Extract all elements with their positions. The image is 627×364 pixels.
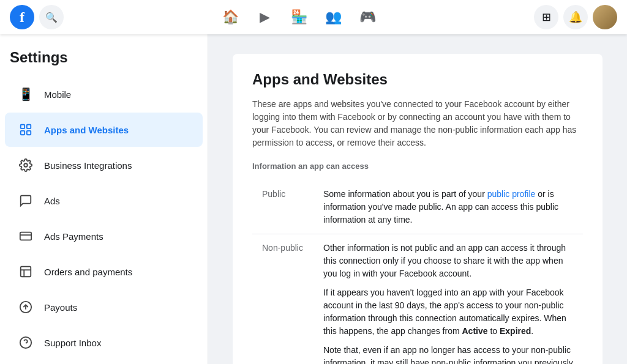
sidebar-item-videos[interactable]: Videos — [5, 361, 203, 364]
orders-icon — [15, 261, 37, 283]
table-row-public: Public Some information about you is par… — [252, 180, 583, 234]
payouts-icon — [15, 296, 37, 318]
store-icon: 🏪 — [291, 9, 307, 25]
sidebar-item-orders-payments[interactable]: Orders and payments — [5, 254, 203, 289]
page-layout: Settings 📱 Mobile Apps and Websites Busi… — [0, 0, 627, 364]
sidebar-label-support: Support Inbox — [44, 338, 101, 348]
home-icon: 🏠 — [222, 9, 239, 25]
support-icon — [15, 332, 37, 354]
apps-menu-button[interactable]: ⊞ — [534, 5, 558, 29]
info-section-label: Information an app can access — [252, 162, 583, 171]
user-avatar[interactable] — [593, 5, 617, 29]
gaming-icon: 🎮 — [359, 9, 376, 25]
content-area: Apps and Websites These are apps and web… — [233, 54, 603, 364]
public-label: Public — [252, 180, 314, 234]
sidebar-label-ads-payments: Ads Payments — [44, 231, 103, 242]
sidebar-item-business-integrations[interactable]: Business Integrations — [5, 148, 203, 182]
nav-marketplace-button[interactable]: 🏪 — [284, 2, 314, 32]
nav-left: f 🔍 — [10, 5, 64, 29]
nonpublic-para-2: If it appears you haven't logged into an… — [323, 286, 573, 338]
search-icon: 🔍 — [45, 12, 58, 23]
nav-gaming-button[interactable]: 🎮 — [353, 2, 382, 32]
fb-letter: f — [20, 10, 24, 24]
info-table: Public Some information about you is par… — [252, 180, 583, 364]
page-description: These are apps and websites you've conne… — [252, 98, 583, 149]
sidebar-item-support-inbox[interactable]: Support Inbox — [5, 325, 203, 360]
nav-groups-button[interactable]: 👥 — [318, 2, 348, 32]
facebook-logo[interactable]: f — [10, 5, 34, 29]
svg-rect-7 — [21, 267, 31, 277]
sidebar-label-mobile: Mobile — [44, 89, 71, 100]
sidebar-title: Settings — [0, 44, 208, 76]
nav-video-button[interactable]: ▶ — [250, 2, 279, 32]
sidebar-item-ads-payments[interactable]: Ads Payments — [5, 219, 203, 253]
search-button[interactable]: 🔍 — [39, 5, 64, 29]
sidebar-item-payouts[interactable]: Payouts — [5, 290, 203, 324]
nonpublic-content: Other information is not public and an a… — [314, 234, 583, 365]
business-icon — [15, 154, 37, 176]
page-title: Apps and Websites — [252, 71, 583, 88]
sidebar-label-orders: Orders and payments — [44, 267, 132, 277]
groups-icon: 👥 — [325, 9, 342, 25]
main-content: Apps and Websites These are apps and web… — [208, 34, 627, 364]
grid-icon: ⊞ — [542, 10, 551, 24]
public-profile-link[interactable]: public profile — [487, 189, 536, 199]
sidebar-item-mobile[interactable]: 📱 Mobile — [5, 77, 203, 111]
svg-rect-0 — [21, 125, 24, 128]
svg-rect-2 — [21, 131, 24, 135]
nav-home-button[interactable]: 🏠 — [216, 2, 245, 32]
public-content: Some information about you is part of yo… — [314, 180, 583, 234]
sidebar-label-business: Business Integrations — [44, 160, 132, 171]
ads-icon — [15, 190, 37, 212]
play-icon: ▶ — [260, 9, 270, 25]
sidebar-label-apps-websites: Apps and Websites — [44, 125, 129, 135]
top-nav: f 🔍 🏠 ▶ 🏪 👥 🎮 ⊞ 🔔 — [0, 0, 627, 34]
svg-rect-3 — [27, 131, 31, 135]
nonpublic-para-3: Note that, even if an app no longer has … — [323, 344, 573, 364]
ads-payments-icon — [15, 225, 37, 247]
svg-point-4 — [24, 163, 28, 167]
mobile-icon: 📱 — [15, 83, 37, 105]
nonpublic-label: Non-public — [252, 234, 314, 365]
nav-center: 🏠 ▶ 🏪 👥 🎮 — [115, 2, 482, 32]
sidebar-item-apps-and-websites[interactable]: Apps and Websites — [5, 113, 203, 147]
public-text-before: Some information about you is part of yo… — [323, 189, 487, 199]
nonpublic-para-1: Other information is not public and an a… — [323, 242, 573, 280]
sidebar-item-ads[interactable]: Ads — [5, 184, 203, 218]
settings-sidebar: Settings 📱 Mobile Apps and Websites Busi… — [0, 34, 208, 364]
sidebar-label-ads: Ads — [44, 196, 60, 206]
table-row-nonpublic: Non-public Other information is not publ… — [252, 234, 583, 365]
apps-websites-icon — [15, 119, 37, 141]
svg-rect-5 — [20, 232, 31, 240]
svg-rect-1 — [27, 125, 31, 128]
sidebar-label-payouts: Payouts — [44, 302, 77, 313]
bell-icon: 🔔 — [569, 10, 582, 24]
notifications-button[interactable]: 🔔 — [563, 5, 588, 29]
nav-right: ⊞ 🔔 — [534, 5, 617, 29]
